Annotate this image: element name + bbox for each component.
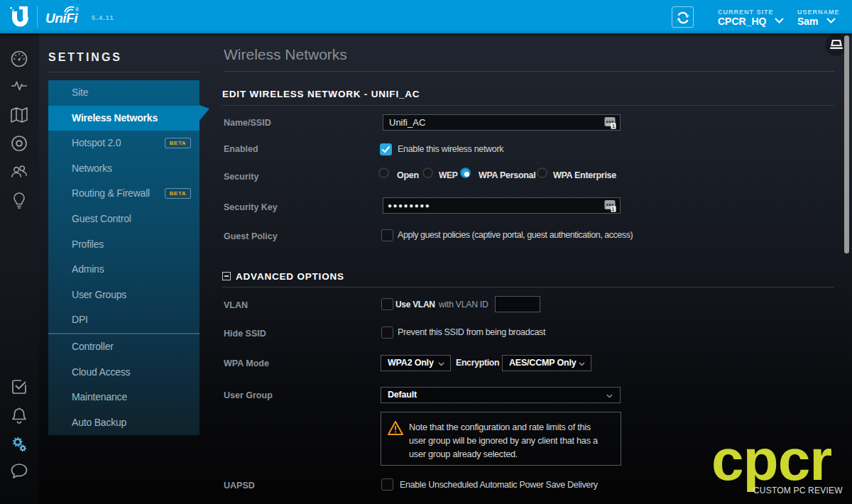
svg-text:1: 1: [612, 123, 616, 129]
svg-text:1: 1: [611, 206, 616, 212]
